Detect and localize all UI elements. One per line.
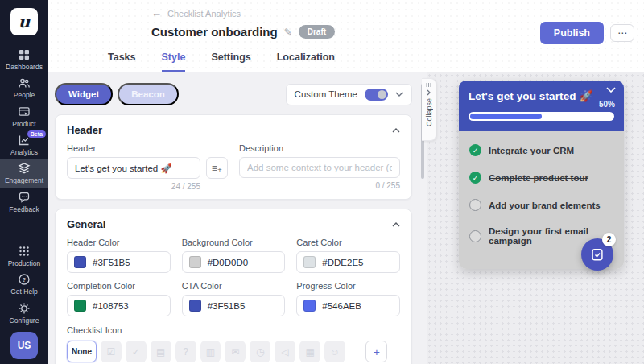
header-field-group: Header ≡₊ 24 / 255 [67, 143, 228, 191]
tab-tasks[interactable]: Tasks [108, 52, 136, 72]
widget-mode-button[interactable]: Widget [55, 83, 113, 105]
tab-localization[interactable]: Localization [277, 52, 335, 72]
color-input[interactable]: #108753 [67, 295, 171, 316]
collapse-preview-tab[interactable]: Collapse [422, 78, 436, 141]
checklist-icon-option-megaphone[interactable]: ◁ [275, 341, 295, 362]
checklist-icon-option-check[interactable]: ✓ [126, 341, 147, 362]
task-status-icon [469, 230, 481, 242]
engagement-icon [18, 162, 31, 175]
checklist-icon-label: Checklist Icon [67, 325, 400, 335]
color-input[interactable]: #DDE2E5 [296, 251, 400, 273]
sidebar-item-analytics[interactable]: Beta Analytics [0, 130, 48, 159]
widget-collapse-icon[interactable] [606, 87, 616, 93]
color-input[interactable]: #D0D0D0 [182, 251, 286, 273]
checklist-task[interactable]: Integrate your CRM [469, 144, 613, 156]
header-actions: Publish ⋯ [540, 22, 634, 44]
article-icon: ▤ [156, 346, 165, 358]
user-avatar[interactable]: US [10, 332, 38, 359]
checklist-icon-option-question[interactable]: ? [175, 341, 196, 362]
progress-fill [470, 114, 542, 119]
sidebar-item-label: People [14, 92, 35, 99]
dashboards-icon [18, 48, 31, 61]
mode-pills: Widget Beacon [55, 83, 179, 105]
color-field-progress: Progress Color #546AEB [296, 281, 400, 316]
sidebar-item-dashboards[interactable]: Dashboards [0, 45, 48, 73]
checklist-icon-option-article[interactable]: ▤ [151, 341, 171, 362]
color-field-caret: Caret Color #DDE2E5 [296, 238, 400, 273]
checklist-icon-option-book[interactable]: ▥ [200, 341, 221, 362]
description-text-input[interactable] [239, 157, 400, 178]
sidebar-item-configure[interactable]: Configure [0, 299, 48, 327]
checklist-icon-option-check-square[interactable]: ☑ [101, 341, 122, 362]
color-input[interactable]: #3F51B5 [182, 295, 286, 316]
publish-button[interactable]: Publish [540, 22, 604, 44]
edit-title-icon[interactable]: ✎ [284, 27, 292, 38]
question-icon: ? [183, 346, 188, 358]
breadcrumb-back[interactable]: ← Checklist Analytics [151, 7, 241, 19]
feedback-icon [18, 191, 31, 204]
tab-style[interactable]: Style [162, 52, 186, 72]
toggle-knob [378, 90, 386, 99]
field-label: Header [67, 143, 228, 153]
sidebar-item-get-help[interactable]: ? Get Help [0, 270, 48, 298]
widget-launcher-button[interactable]: 2 [581, 238, 613, 271]
launcher-badge: 2 [602, 233, 616, 246]
drag-handle-icon [426, 83, 431, 87]
sidebar-item-label: Dashboards [6, 64, 43, 71]
sidebar-item-feedback[interactable]: Feedback [0, 188, 48, 216]
sidebar-item-production[interactable]: Production [0, 242, 48, 270]
theme-toggle[interactable] [365, 89, 388, 101]
checklist-task[interactable]: Complete product tour [469, 172, 613, 184]
checklist-icon-option-map[interactable]: ▦ [299, 341, 320, 362]
color-input[interactable]: #3F51B5 [67, 251, 171, 273]
gear-icon [18, 302, 31, 315]
color-swatch[interactable] [189, 300, 201, 312]
sidebar-item-people[interactable]: People [0, 73, 48, 101]
collapse-section-icon[interactable] [392, 222, 400, 227]
color-swatch[interactable] [189, 256, 201, 268]
sidebar-item-label: Engagement [5, 177, 43, 184]
sidebar-item-label: Feedback [9, 206, 39, 213]
sidebar-item-product[interactable]: Product [0, 102, 48, 130]
custom-theme-select[interactable]: Custom Theme [286, 84, 412, 105]
insert-variable-button[interactable]: ≡₊ [206, 157, 228, 179]
tab-settings[interactable]: Settings [211, 52, 250, 72]
book-icon: ▥ [206, 346, 215, 358]
chevron-down-icon [395, 92, 403, 97]
header-text-input[interactable] [67, 157, 200, 179]
title-row: Customer onboarding ✎ Draft [151, 25, 335, 39]
color-field-cta: CTA Color #3F51B5 [182, 281, 286, 316]
sidebar-item-label: Production [8, 260, 41, 267]
header-section-card: Header Header ≡₊ [55, 114, 412, 200]
mode-row: Widget Beacon Custom Theme [55, 83, 412, 105]
description-field-group: Description 0 / 255 [239, 143, 400, 191]
more-options-button[interactable]: ⋯ [610, 24, 634, 42]
checklist-icon-option-robot[interactable]: ☺ [324, 341, 345, 362]
tab-bar: Tasks Style Settings Localization [108, 52, 335, 72]
color-input[interactable]: #546AEB [296, 295, 400, 316]
map-icon: ▦ [305, 346, 314, 358]
checklist-task[interactable]: Add your brand elements [469, 199, 613, 211]
robot-icon: ☺ [330, 346, 340, 358]
top-header: ← Checklist Analytics Customer onboardin… [48, 0, 644, 72]
checklist-icon-option-none[interactable]: None [67, 341, 97, 362]
add-your-own-button[interactable]: + [365, 341, 387, 362]
sidebar-item-engagement[interactable]: Engagement [0, 159, 48, 187]
beta-badge: Beta [27, 130, 46, 138]
color-swatch[interactable] [303, 300, 316, 312]
color-field-background: Background Color #D0D0D0 [182, 238, 286, 273]
color-swatch[interactable] [74, 256, 86, 268]
widget-title: Let's get you started 🚀 [469, 89, 614, 102]
color-swatch[interactable] [303, 256, 316, 268]
widget-header: Let's get you started 🚀 50% [459, 81, 624, 131]
collapse-section-icon[interactable] [392, 128, 400, 133]
beacon-mode-button[interactable]: Beacon [118, 83, 179, 105]
chat-check-icon: ✉ [231, 346, 239, 358]
checklist-icon-option-clock[interactable]: ◷ [250, 341, 270, 362]
checklist-icon-option-chat-check[interactable]: ✉ [225, 341, 246, 362]
userpilot-logo[interactable]: u [10, 8, 38, 35]
help-icon: ? [18, 273, 31, 286]
color-swatch[interactable] [74, 300, 86, 312]
task-status-icon [469, 144, 481, 156]
plus-icon: + [374, 345, 380, 358]
